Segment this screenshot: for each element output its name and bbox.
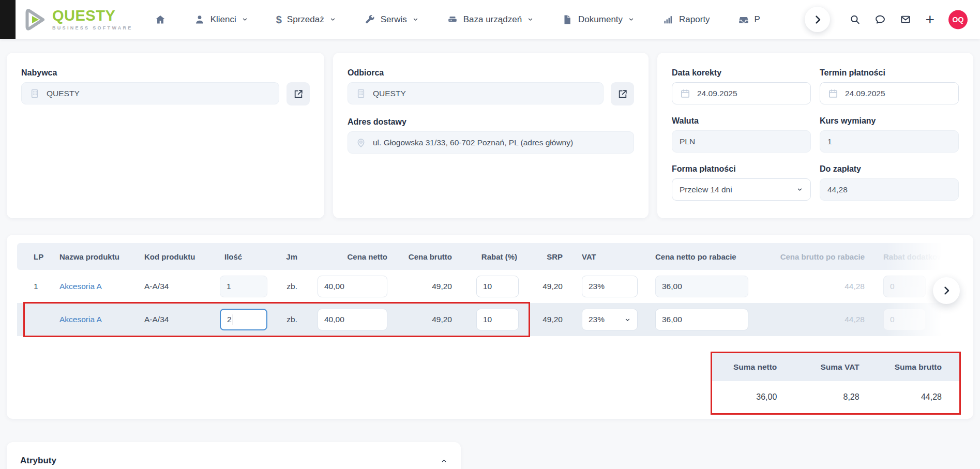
exchange-rate-input[interactable]: 1 (820, 130, 959, 153)
sales-icon: $ (276, 14, 282, 25)
external-link-icon (617, 88, 628, 100)
service-icon (364, 14, 375, 25)
collapse-chevron-up-icon[interactable] (441, 458, 447, 464)
app-logo[interactable]: QUESTY BUSINESS SOFTWARE (25, 8, 133, 31)
delivery-address-label: Adres dostawy (348, 117, 634, 127)
sum-gross-value: 44,28 (877, 392, 959, 402)
col-header-gross: Cena brutto (389, 252, 454, 261)
net-price-input[interactable]: 40,00 (318, 309, 387, 330)
chat-icon (875, 14, 886, 25)
currency-input[interactable]: PLN (672, 130, 811, 153)
quantity-value: 1 (227, 282, 231, 291)
recipient-input[interactable]: QUESTY (348, 82, 604, 104)
recipient-value: QUESTY (373, 89, 406, 98)
chevron-right-icon (941, 285, 952, 296)
brand-tagline: BUSINESS SOFTWARE (52, 25, 133, 31)
nav-scroll-right-button[interactable] (805, 7, 830, 32)
chevron-down-icon (412, 16, 419, 23)
payment-details-card: Data korekty 24.09.2025 Termin płatności… (657, 53, 973, 218)
nav-item-klienci[interactable]: Klienci (194, 14, 248, 25)
vat-select[interactable]: 23% (582, 309, 638, 330)
product-name-link[interactable]: Akcesoria A (59, 315, 102, 324)
nav-item-label: P (755, 14, 760, 25)
net-after-discount-input[interactable]: 36,00 (655, 309, 748, 330)
payment-method-label: Forma płatności (672, 164, 811, 174)
col-header-name: Nazwa produktu (50, 252, 128, 261)
sum-net-label: Suma netto (712, 362, 794, 372)
srp-value: 49,20 (519, 315, 565, 324)
payment-method-select[interactable]: Przelew 14 dni (672, 178, 811, 201)
delivery-address-input[interactable]: ul. Głogowska 31/33, 60-702 Poznań, PL (… (348, 131, 634, 154)
correction-date-input[interactable]: 24.09.2025 (672, 82, 811, 104)
gross-price-value: 49,20 (389, 315, 454, 324)
gross-price-value: 49,20 (389, 282, 454, 291)
nav-item-clipped[interactable]: P (738, 14, 768, 25)
document-edit-page: Nabywca QUESTY Odbiorca QUESTY (0, 53, 980, 469)
net-after-discount-value: 36,00 (662, 315, 682, 324)
nav-action-icons: + OQ (849, 10, 968, 29)
buyer-value: QUESTY (47, 89, 80, 98)
amount-due-input[interactable]: 44,28 (820, 178, 959, 201)
add-button[interactable]: + (925, 12, 934, 27)
discount-input[interactable]: 10 (476, 276, 519, 297)
gross-after-discount-value: 44,28 (757, 282, 865, 291)
nav-item-baza-urzadzen[interactable]: Baza urządzeń (447, 14, 534, 25)
discount-value: 10 (483, 315, 492, 324)
table-scroll-right-button[interactable] (933, 277, 960, 304)
extra-discount-input[interactable]: 0 (883, 309, 926, 330)
nav-item-label: Klienci (210, 14, 236, 25)
nav-item-sprzedaz[interactable]: $ Sprzedaż (276, 14, 336, 25)
col-header-srp: SRP (519, 252, 565, 261)
nav-item-raporty[interactable]: Raporty (662, 14, 710, 25)
search-button[interactable] (849, 14, 861, 25)
chevron-down-icon (796, 186, 803, 193)
unit-value: zb. (262, 282, 304, 291)
exchange-rate-value: 1 (827, 137, 832, 146)
calendar-icon (827, 88, 839, 99)
product-code: A-A/34 (128, 315, 200, 324)
nav-item-label: Serwis (381, 14, 407, 25)
srp-value: 49,20 (519, 282, 565, 291)
extra-discount-value: 0 (890, 282, 895, 291)
quantity-input[interactable]: 1 (220, 276, 267, 297)
nav-item-dokumenty[interactable]: Dokumenty (562, 14, 635, 25)
vat-value: 23% (589, 282, 605, 291)
discount-input[interactable]: 10 (476, 309, 519, 330)
chevron-down-icon (624, 316, 631, 323)
product-code: A-A/34 (128, 282, 200, 291)
net-after-discount-value: 36,00 (662, 282, 682, 291)
recipient-label: Odbiorca (348, 68, 634, 78)
payment-due-input[interactable]: 24.09.2025 (820, 82, 959, 104)
top-navigation: QUESTY BUSINESS SOFTWARE Klienci $ Sprze… (0, 0, 980, 39)
product-name-link[interactable]: Akcesoria A (59, 282, 102, 291)
buyer-input[interactable]: QUESTY (21, 82, 279, 104)
product-row-1: 1 Akcesoria A A-A/34 1 zb. 40,00 49,20 1… (17, 270, 963, 303)
vat-select[interactable]: 23% (582, 276, 638, 297)
quantity-value: 2 (227, 315, 232, 324)
mail-button[interactable] (900, 14, 911, 25)
buyer-open-button[interactable] (287, 82, 310, 105)
chat-button[interactable] (875, 14, 886, 25)
user-avatar[interactable]: OQ (948, 10, 968, 29)
building-icon (355, 88, 367, 99)
plus-icon: + (925, 12, 934, 27)
map-pin-icon (355, 137, 367, 148)
vat-value: 23% (589, 315, 605, 324)
net-price-input[interactable]: 40,00 (318, 276, 387, 297)
payment-due-label: Termin płatności (820, 68, 959, 78)
extra-discount-input[interactable]: 0 (883, 276, 926, 297)
window-edge-strip (0, 0, 16, 39)
recipient-open-button[interactable] (611, 82, 634, 105)
nav-item-home[interactable] (155, 14, 166, 25)
nav-item-serwis[interactable]: Serwis (364, 14, 419, 25)
quantity-input-focused[interactable]: 2 (220, 309, 267, 330)
sum-net-value: 36,00 (712, 392, 794, 402)
totals-summary-highlighted: Suma netto Suma VAT Suma brutto 36,00 8,… (711, 352, 961, 415)
documents-icon (562, 14, 573, 25)
col-header-qty: Ilość (200, 252, 262, 261)
inbox-icon (738, 14, 749, 25)
net-after-discount-input[interactable]: 36,00 (655, 276, 748, 297)
col-header-net-after: Cena netto po rabacie (638, 252, 757, 261)
net-price-value: 40,00 (324, 282, 344, 291)
exchange-rate-label: Kurs wymiany (820, 116, 959, 126)
